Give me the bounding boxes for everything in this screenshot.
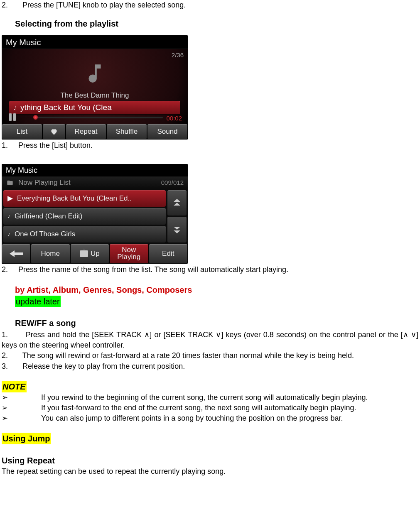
now-playing-subbar: Now Playing List 009/012 (2, 176, 188, 189)
rewff-step-2: 2. The song will rewind or fast-forward … (2, 350, 418, 361)
edit-button[interactable]: Edit (149, 244, 188, 263)
step-text: The song will rewind or fast-forward at … (22, 351, 354, 360)
song-note-icon: ♪ (13, 103, 17, 113)
step-text: Release the key to play from the current… (22, 362, 185, 370)
player-title: My Music (2, 35, 188, 49)
step-number: 2. (2, 1, 8, 9)
folder-icon (6, 179, 14, 186)
heading-selecting-playlist: Selecting from the playlist (15, 18, 418, 29)
step-press-song: 2. Press the name of the song from the l… (2, 265, 418, 275)
list-item[interactable]: ♪ Girlfriend (Clean Edit) (3, 208, 166, 225)
progress-bar[interactable] (33, 117, 163, 118)
rewff-step-3: 3. Release the key to play from the curr… (2, 361, 418, 372)
scroll-up-button[interactable] (167, 190, 187, 216)
repeat-button[interactable]: Repeat (66, 124, 106, 139)
step-text: Press the [TUNE] knob to play the select… (22, 1, 186, 9)
list-title: My Music (2, 164, 188, 176)
player-button-bar: List Repeat Shuffle Sound (2, 124, 188, 140)
back-arrow-icon (9, 250, 24, 258)
bullet-icon: ➢ (2, 392, 41, 403)
song-label: Everything Back But You (Clean Ed.. (17, 194, 132, 203)
heading-by-artist: by Artist, Album, Genres, Songs, Compose… (15, 284, 418, 296)
up-button[interactable]: Up (71, 244, 109, 263)
step-2-tune: 2. Press the [TUNE] knob to play the sel… (2, 0, 418, 10)
now-playing-button[interactable]: Now Playing (110, 244, 148, 263)
step-text: Press the [List] button. (18, 141, 93, 149)
list-item[interactable]: ♪ One Of Those Girls (3, 226, 166, 243)
track-counter: 2/36 (172, 51, 184, 59)
player-screenshot: My Music 2/36 The Best Damn Thing ♪ ythi… (2, 35, 188, 140)
home-button[interactable]: Home (31, 244, 70, 263)
album-name: The Best Damn Thing (60, 91, 129, 100)
player-body: 2/36 The Best Damn Thing ♪ ything Back B… (2, 49, 188, 124)
list-item[interactable]: ▶ Everything Back But You (Clean Ed.. (3, 190, 166, 207)
note-text: If you rewind to the beginning of the cu… (41, 392, 368, 403)
list-counter: 009/012 (161, 178, 184, 187)
update-later-note: update later (15, 296, 61, 307)
using-repeat-text: The repeat setting can be used to repeat… (2, 466, 418, 477)
song-title: ything Back But You (Clea (20, 102, 112, 113)
note-bullet-3: ➢ You can also jump to different points … (2, 413, 418, 424)
note-heading: NOTE (2, 381, 27, 392)
bullet-icon: ➢ (2, 413, 41, 424)
now-label-2: Playing (117, 254, 140, 260)
current-song-row[interactable]: ♪ ything Back But You (Clea (9, 101, 180, 114)
list-screenshot: My Music Now Playing List 009/012 ▶ Ever… (2, 164, 188, 264)
music-note-icon (83, 61, 107, 86)
note-text: If you fast-forward to the end of the cu… (41, 403, 356, 413)
double-chevron-down-icon (173, 226, 181, 233)
heart-icon (49, 127, 59, 136)
double-chevron-up-icon (173, 199, 181, 206)
scroll-down-button[interactable] (167, 217, 187, 243)
back-button[interactable] (2, 244, 30, 263)
step-text: Press the name of the song from the list… (18, 265, 288, 274)
step-number: 1. (2, 141, 8, 149)
rewff-step-1: 1. Press and hold the [SEEK TRACK ∧] or … (2, 330, 418, 350)
pause-icon[interactable] (9, 113, 16, 121)
subbar-label: Now Playing List (18, 178, 71, 188)
scroll-column (167, 189, 188, 244)
list-content: ▶ Everything Back But You (Clean Ed.. ♪ … (2, 189, 188, 244)
step-number: 2. (2, 351, 8, 360)
song-list: ▶ Everything Back But You (Clean Ed.. ♪ … (2, 189, 167, 244)
step-text: Press and hold the [SEEK TRACK ∧] or [SE… (2, 331, 418, 349)
list-button-bar: Home Up Now Playing Edit (2, 244, 188, 264)
note-bullet-2: ➢ If you fast-forward to the end of the … (2, 403, 418, 413)
note-bullet-1: ➢ If you rewind to the beginning of the … (2, 392, 418, 403)
shuffle-button[interactable]: Shuffle (107, 124, 147, 139)
song-label: Girlfriend (Clean Edit) (15, 211, 82, 221)
progress-thumb[interactable] (33, 115, 38, 120)
favorite-button[interactable] (43, 124, 65, 139)
sound-button[interactable]: Sound (147, 124, 187, 139)
song-note-icon: ♪ (7, 230, 10, 238)
heading-using-jump: Using Jump (2, 433, 51, 444)
step-number: 2. (2, 265, 8, 274)
step-number: 1. (2, 331, 8, 339)
song-note-icon: ♪ (7, 212, 10, 220)
list-button[interactable]: List (2, 124, 42, 139)
step-press-list: 1. Press the [List] button. (2, 140, 418, 151)
heading-using-repeat: Using Repeat (2, 455, 418, 466)
bullet-icon: ➢ (2, 403, 41, 413)
song-label: One Of Those Girls (15, 229, 75, 239)
up-label: Up (91, 249, 100, 259)
step-number: 3. (2, 362, 8, 370)
note-text: You can also jump to different points in… (41, 413, 343, 424)
play-icon: ▶ (7, 194, 13, 203)
folder-up-icon (80, 250, 88, 257)
heading-rew-ff: REW/FF a song (15, 317, 418, 329)
elapsed-time: 00:02 (166, 114, 182, 122)
